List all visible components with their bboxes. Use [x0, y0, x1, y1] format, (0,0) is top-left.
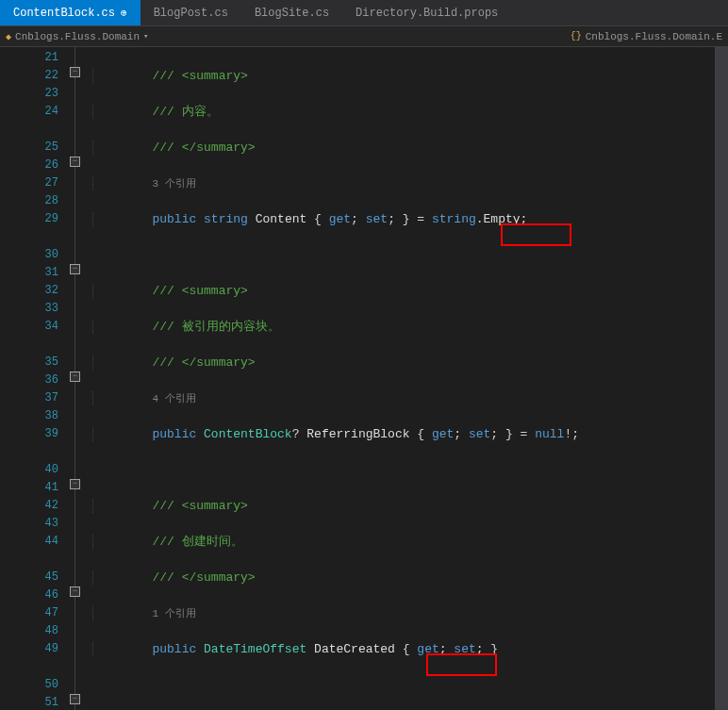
tab-bar: ContentBlock.cs ⊕ BlogPost.cs BlogSite.c… [0, 0, 728, 26]
fold-button[interactable]: − [70, 372, 80, 382]
chevron-down-icon: ▾ [143, 31, 148, 41]
line-number-gutter: 2122232425262728293031323334353637383940… [0, 47, 66, 710]
outline-column: − − − − − − − [66, 47, 89, 710]
tab-contentblock[interactable]: ContentBlock.cs ⊕ [0, 0, 141, 25]
fold-button[interactable]: − [70, 479, 80, 489]
fold-button[interactable]: − [70, 67, 80, 77]
breadcrumb-namespace[interactable]: {} Cnblogs.Fluss.Domain.E [571, 31, 722, 42]
csharp-project-icon: ◆ [6, 31, 11, 42]
namespace-icon: {} [571, 31, 582, 41]
tab-blogpost[interactable]: BlogPost.cs [141, 0, 241, 25]
breadcrumb: ◆ Cnblogs.Fluss.Domain ▾ {} Cnblogs.Flus… [0, 26, 728, 47]
fold-button[interactable]: − [70, 157, 80, 167]
code-editor[interactable]: 2122232425262728293031323334353637383940… [0, 47, 728, 710]
fold-button[interactable]: − [70, 694, 80, 704]
fold-button[interactable]: − [70, 586, 80, 597]
codelens-references[interactable]: 1 个引用 [152, 608, 195, 619]
tab-label: ContentBlock.cs [13, 7, 115, 20]
tab-directory-build[interactable]: Directory.Build.props [342, 0, 511, 25]
vertical-scrollbar[interactable] [715, 47, 728, 710]
codelens-references[interactable]: 4 个引用 [152, 393, 195, 405]
tab-blogsite[interactable]: BlogSite.cs [241, 0, 342, 25]
pin-icon[interactable]: ⊕ [121, 7, 127, 19]
breadcrumb-project[interactable]: ◆ Cnblogs.Fluss.Domain ▾ [6, 31, 148, 42]
code-area[interactable]: /// <summary> /// 内容。 /// </summary> 3 个… [89, 47, 715, 710]
codelens-references[interactable]: 3 个引用 [152, 178, 195, 190]
fold-button[interactable]: − [70, 264, 80, 274]
